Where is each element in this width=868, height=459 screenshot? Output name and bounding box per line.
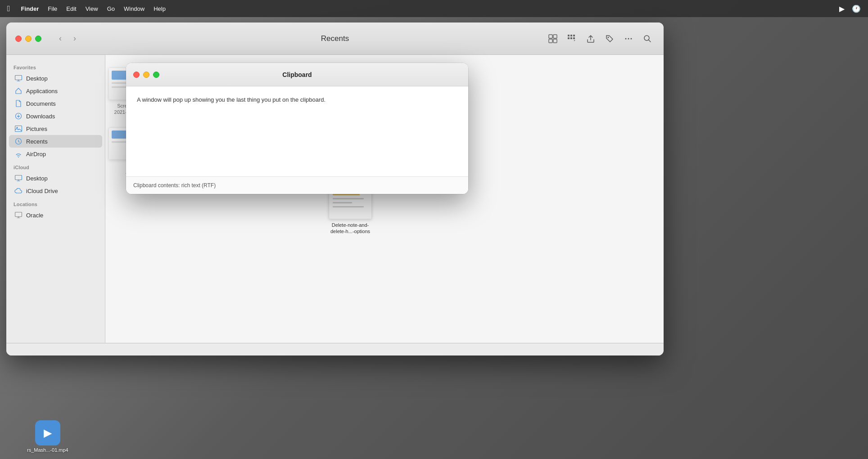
finder-toolbar: ‹ › Recents <box>6 22 664 55</box>
sidebar-item-applications[interactable]: Applications <box>9 85 102 97</box>
dialog-traffic-lights <box>133 72 159 78</box>
file-name: Delete-note-and-delete-h...-options <box>330 222 370 235</box>
menubar-help[interactable]: Help <box>149 4 170 14</box>
menubar-window[interactable]: Window <box>119 4 149 14</box>
play-icon[interactable]: ▶ <box>839 4 845 13</box>
icon-view-button[interactable] <box>546 32 560 46</box>
svg-point-12 <box>628 38 629 39</box>
clipboard-contents-label: Clipboard contents: rich text (RTF) <box>133 182 216 189</box>
desktop-icon <box>14 74 23 82</box>
pictures-icon <box>14 125 23 133</box>
close-button[interactable] <box>15 36 22 42</box>
svg-rect-7 <box>568 37 570 39</box>
sidebar-locations-header: Locations <box>6 197 105 209</box>
view-options-button[interactable] <box>565 32 579 46</box>
svg-rect-22 <box>15 212 22 217</box>
icloud-desktop-icon <box>14 174 23 182</box>
menubar-view[interactable]: View <box>81 4 103 14</box>
svg-rect-1 <box>553 35 557 38</box>
toolbar-title: Recents <box>321 34 349 43</box>
dialog-title: Clipboard <box>282 71 312 78</box>
sidebar-item-downloads[interactable]: Downloads <box>9 110 102 122</box>
minimize-button[interactable] <box>25 36 32 42</box>
apple-menu-icon[interactable]:  <box>7 4 10 14</box>
dialog-footer: Clipboard contents: rich text (RTF) <box>126 176 468 194</box>
sidebar-item-recents[interactable]: Recents <box>9 135 102 148</box>
svg-point-10 <box>608 36 609 38</box>
sidebar-item-oracle[interactable]: Oracle <box>9 209 102 221</box>
dialog-maximize-button[interactable] <box>153 72 159 78</box>
menubar-edit[interactable]: Edit <box>62 4 81 14</box>
menubar-go[interactable]: Go <box>103 4 119 14</box>
sidebar-item-icloud-drive[interactable]: iCloud Drive <box>9 184 102 197</box>
share-button[interactable] <box>583 32 598 46</box>
svg-point-14 <box>644 36 649 40</box>
sidebar-documents-label: Documents <box>26 100 56 107</box>
recents-icon <box>14 137 23 145</box>
sidebar-item-icloud-desktop[interactable]: Desktop <box>9 172 102 184</box>
sidebar: Favorites Desktop Applications <box>6 55 105 343</box>
sidebar-applications-label: Applications <box>26 88 58 94</box>
applications-icon <box>14 87 23 95</box>
clipboard-dialog: Clipboard A window will pop up showing y… <box>126 63 468 194</box>
status-bar <box>6 343 664 356</box>
sidebar-item-pictures[interactable]: Pictures <box>9 122 102 135</box>
documents-icon <box>14 99 23 108</box>
sidebar-desktop-label: Desktop <box>26 75 48 82</box>
dialog-minimize-button[interactable] <box>143 72 149 78</box>
menubar-finder[interactable]: Finder <box>17 4 44 14</box>
sidebar-icloud-drive-label: iCloud Drive <box>26 188 58 194</box>
svg-rect-2 <box>549 39 552 43</box>
sidebar-oracle-label: Oracle <box>26 212 43 219</box>
sidebar-recents-label: Recents <box>26 138 48 145</box>
svg-point-18 <box>17 127 18 128</box>
svg-rect-0 <box>549 35 552 38</box>
svg-rect-9 <box>573 37 575 39</box>
svg-rect-17 <box>15 126 22 132</box>
sidebar-airdrop-label: AirDrop <box>26 151 46 158</box>
svg-point-20 <box>18 157 19 158</box>
menubar-right-icons: ▶ 🕐 <box>839 4 861 13</box>
dialog-titlebar: Clipboard <box>126 63 468 86</box>
traffic-lights <box>15 36 41 42</box>
taskbar-app-icon[interactable]: ▶ <box>35 420 60 446</box>
svg-point-13 <box>631 38 632 39</box>
computer-icon <box>14 211 23 219</box>
toolbar-right <box>546 32 655 46</box>
tag-button[interactable] <box>602 32 617 46</box>
taskbar-label: rs_Mash...-01.mp4 <box>27 447 68 453</box>
maximize-button[interactable] <box>35 36 41 42</box>
forward-button[interactable]: › <box>68 32 81 45</box>
dialog-message: A window will pop up showing you the las… <box>137 95 457 104</box>
sidebar-icloud-header: iCloud <box>6 160 105 172</box>
sidebar-item-desktop[interactable]: Desktop <box>9 72 102 85</box>
svg-rect-8 <box>570 37 572 39</box>
sidebar-pictures-label: Pictures <box>26 126 47 132</box>
dialog-body: A window will pop up showing you the las… <box>126 86 468 176</box>
sidebar-icloud-desktop-label: Desktop <box>26 175 48 182</box>
svg-rect-5 <box>570 35 572 36</box>
downloads-icon <box>14 112 23 120</box>
taskbar-item[interactable]: ▶ rs_Mash...-01.mp4 <box>27 420 68 453</box>
icloud-drive-icon <box>14 187 23 195</box>
clock-icon[interactable]: 🕐 <box>852 4 861 13</box>
svg-rect-6 <box>573 35 575 36</box>
sidebar-downloads-label: Downloads <box>26 113 55 120</box>
sidebar-item-documents[interactable]: Documents <box>9 97 102 110</box>
svg-point-11 <box>625 38 627 39</box>
sidebar-favorites-header: Favorites <box>6 60 105 72</box>
search-button[interactable] <box>640 32 655 46</box>
back-button[interactable]: ‹ <box>54 32 67 45</box>
dialog-close-button[interactable] <box>133 72 140 78</box>
nav-buttons: ‹ › <box>54 32 81 45</box>
svg-rect-4 <box>568 35 570 36</box>
svg-rect-15 <box>15 76 22 80</box>
svg-rect-3 <box>553 39 557 43</box>
airdrop-icon <box>14 150 23 158</box>
sidebar-item-airdrop[interactable]: AirDrop <box>9 148 102 160</box>
menubar:  Finder File Edit View Go Window Help ▶… <box>0 0 868 17</box>
more-options-button[interactable] <box>621 32 636 46</box>
svg-rect-21 <box>15 176 22 180</box>
menubar-file[interactable]: File <box>43 4 62 14</box>
